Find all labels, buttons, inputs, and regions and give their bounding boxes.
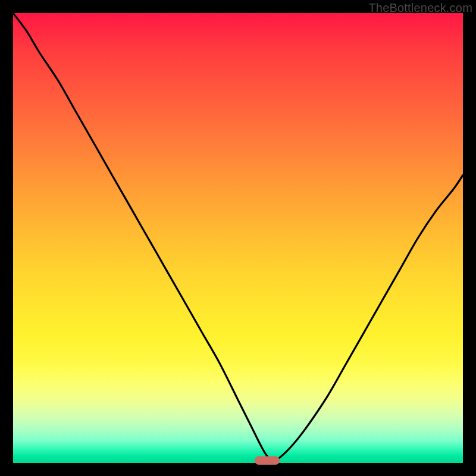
watermark-text: TheBottleneck.com	[368, 1, 472, 15]
optimal-marker	[255, 456, 280, 465]
chart-frame: TheBottleneck.com	[0, 0, 476, 476]
bottleneck-curve	[13, 13, 463, 463]
chart-plot-area	[13, 13, 463, 463]
